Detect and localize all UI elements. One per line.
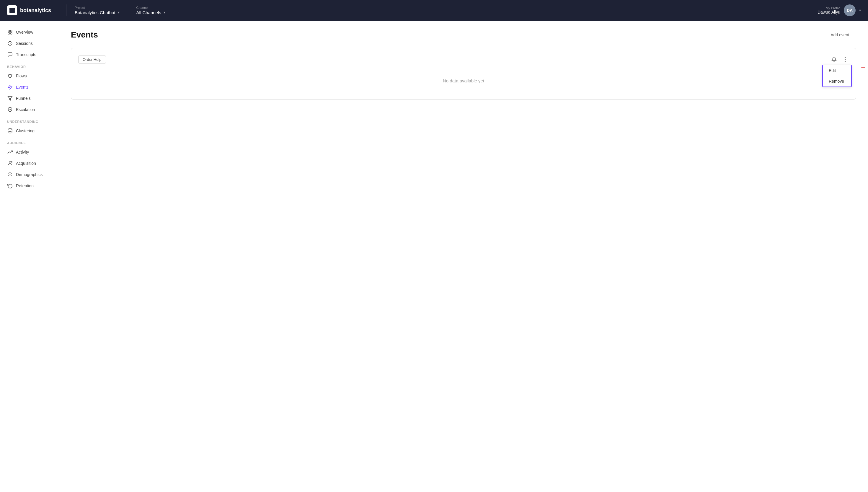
- dropdown-edit-item[interactable]: Edit: [823, 65, 851, 76]
- sidebar-funnels-label: Funnels: [16, 96, 31, 101]
- flows-icon: [7, 73, 13, 78]
- bell-icon[interactable]: [830, 55, 838, 64]
- demographics-icon: [7, 172, 13, 177]
- clustering-icon: [7, 128, 13, 133]
- svg-rect-4: [8, 30, 9, 32]
- page-header: Events Add event...: [71, 30, 856, 40]
- add-event-button[interactable]: Add event...: [827, 31, 856, 39]
- escalation-icon: [7, 107, 13, 112]
- channel-chevron-icon: ▾: [163, 10, 165, 15]
- svg-rect-6: [8, 33, 9, 34]
- channel-label: Channel: [136, 6, 179, 9]
- sidebar-item-retention[interactable]: Retention: [0, 180, 59, 191]
- logo[interactable]: botanalytics: [7, 5, 66, 15]
- sidebar-item-transcripts[interactable]: Transcripts: [0, 49, 59, 60]
- logo-text: botanalytics: [20, 7, 51, 14]
- svg-rect-7: [10, 33, 12, 34]
- channel-value: All Channels ▾: [136, 10, 179, 15]
- sidebar-activity-label: Activity: [16, 150, 29, 154]
- project-value: Botanalytics Chatbot ▾: [75, 10, 120, 15]
- svg-point-9: [8, 74, 9, 75]
- sidebar-events-label: Events: [16, 85, 29, 90]
- content-area: Events Add event... Order Help ⋮: [59, 21, 868, 492]
- sidebar-item-clustering[interactable]: Clustering: [0, 125, 59, 137]
- event-tag-button[interactable]: Order Help: [78, 55, 106, 64]
- page-title: Events: [71, 30, 98, 40]
- svg-point-14: [9, 162, 11, 163]
- sidebar-acquisition-label: Acquisition: [16, 161, 36, 166]
- project-chevron-icon: ▾: [118, 10, 120, 15]
- sidebar-item-funnels[interactable]: Funnels: [0, 93, 59, 104]
- sidebar: Overview Sessions Transcripts BEHAVIOR: [0, 21, 59, 492]
- sidebar-item-activity[interactable]: Activity: [0, 146, 59, 158]
- profile-name: Dawud Aliyu: [818, 10, 840, 15]
- sidebar-retention-label: Retention: [16, 183, 34, 188]
- topbar: botanalytics Project Botanalytics Chatbo…: [0, 0, 868, 21]
- sidebar-flows-label: Flows: [16, 74, 27, 78]
- avatar: DA: [844, 4, 856, 16]
- sidebar-item-events[interactable]: Events: [0, 81, 59, 93]
- activity-icon: [7, 149, 13, 155]
- dropdown-remove-item[interactable]: Remove: [823, 76, 851, 87]
- transcripts-icon: [7, 52, 13, 57]
- svg-point-13: [8, 129, 12, 130]
- svg-point-10: [11, 74, 12, 75]
- events-icon: [7, 84, 13, 90]
- project-selector[interactable]: Project Botanalytics Chatbot ▾: [67, 6, 128, 15]
- sidebar-demographics-label: Demographics: [16, 172, 43, 177]
- behavior-section-title: BEHAVIOR: [0, 60, 59, 70]
- event-no-data-message: No data available yet: [78, 64, 849, 92]
- sidebar-item-demographics[interactable]: Demographics: [0, 169, 59, 180]
- svg-point-17: [10, 173, 11, 174]
- more-options-icon[interactable]: ⋮: [841, 55, 849, 64]
- profile-section[interactable]: My Profile Dawud Aliyu DA ▾: [818, 4, 861, 16]
- sidebar-overview-label: Overview: [16, 30, 33, 34]
- sidebar-item-acquisition[interactable]: Acquisition: [0, 158, 59, 169]
- retention-icon: [7, 183, 13, 189]
- svg-marker-12: [8, 96, 12, 100]
- svg-rect-3: [12, 10, 15, 13]
- sidebar-transcripts-label: Transcripts: [16, 52, 36, 57]
- sidebar-item-escalation[interactable]: Escalation: [0, 104, 59, 115]
- channel-selector[interactable]: Channel All Channels ▾: [128, 6, 187, 15]
- overview-icon: [7, 29, 13, 35]
- sidebar-item-overview[interactable]: Overview: [0, 27, 59, 38]
- sidebar-item-sessions[interactable]: Sessions: [0, 38, 59, 49]
- event-card: Order Help ⋮ Edit Remove: [71, 48, 856, 100]
- svg-rect-5: [10, 30, 12, 32]
- event-actions: ⋮ Edit Remove ←: [830, 55, 849, 64]
- sidebar-escalation-label: Escalation: [16, 107, 35, 112]
- main-layout: Overview Sessions Transcripts BEHAVIOR: [0, 21, 868, 492]
- project-label: Project: [75, 6, 120, 9]
- funnels-icon: [7, 96, 13, 101]
- dropdown-menu: Edit Remove: [822, 65, 852, 87]
- sidebar-sessions-label: Sessions: [16, 41, 33, 46]
- profile-chevron-icon: ▾: [859, 8, 861, 13]
- logo-icon: [7, 5, 17, 15]
- sidebar-item-flows[interactable]: Flows: [0, 70, 59, 81]
- event-card-header: Order Help ⋮ Edit Remove: [78, 55, 849, 64]
- profile-label: My Profile: [826, 6, 840, 10]
- arrow-indicator: ←: [860, 64, 867, 71]
- profile-info: My Profile Dawud Aliyu: [818, 6, 840, 15]
- acquisition-icon: [7, 161, 13, 166]
- understanding-section-title: UNDERSTANDING: [0, 115, 59, 125]
- sessions-icon: [7, 41, 13, 46]
- sidebar-clustering-label: Clustering: [16, 128, 34, 133]
- audience-section-title: AUDIENCE: [0, 137, 59, 146]
